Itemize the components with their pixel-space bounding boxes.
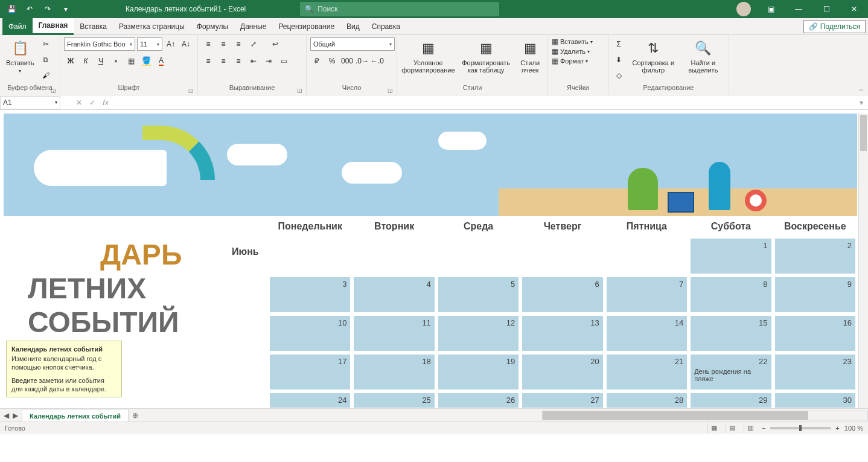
sort-filter-button[interactable]: ⇅Сортировка и фильтр xyxy=(628,37,679,75)
merge-icon[interactable]: ▭ xyxy=(277,54,290,68)
conditional-formatting-button[interactable]: ▦Условное форматирование xyxy=(401,37,456,75)
align-top-icon[interactable]: ≡ xyxy=(202,37,215,51)
calendar-cell[interactable] xyxy=(436,237,520,275)
calendar-cell[interactable] xyxy=(520,237,604,275)
zoom-in-icon[interactable]: + xyxy=(835,425,839,432)
paste-button[interactable]: 📋 Вставить ▾ xyxy=(4,37,37,76)
format-as-table-button[interactable]: ▦Форматировать как таблицу xyxy=(458,37,514,75)
calendar-cell[interactable] xyxy=(605,237,689,275)
calendar-cell[interactable]: 25 xyxy=(352,391,436,409)
currency-icon[interactable]: ₽ xyxy=(310,54,324,68)
calendar-cell[interactable]: 12 xyxy=(436,314,520,353)
calendar-cell[interactable]: 29 xyxy=(689,391,773,409)
number-dialog-icon[interactable]: ◲ xyxy=(388,88,393,94)
name-box[interactable]: A1▾ xyxy=(0,96,60,109)
clipboard-dialog-icon[interactable]: ◲ xyxy=(51,88,56,94)
calendar-cell[interactable]: 13 xyxy=(520,314,604,353)
calendar-cell[interactable]: 3 xyxy=(268,275,352,314)
page-layout-view-icon[interactable]: ▤ xyxy=(726,423,739,434)
align-right-icon[interactable]: ≡ xyxy=(232,54,245,68)
user-avatar[interactable] xyxy=(736,2,751,16)
calendar-cell[interactable]: 1 xyxy=(689,237,773,275)
zoom-slider[interactable] xyxy=(770,427,831,429)
calendar-cell[interactable]: 22День рождения на пляже xyxy=(689,353,773,391)
quick-access-more-icon[interactable]: ▾ xyxy=(59,2,72,16)
normal-view-icon[interactable]: ▦ xyxy=(707,423,721,434)
format-cells-button[interactable]: ▦Формат▾ xyxy=(552,57,588,65)
insert-cells-button[interactable]: ▦Вставить▾ xyxy=(552,37,593,46)
calendar-cell[interactable]: 23 xyxy=(773,353,857,391)
italic-button[interactable]: К xyxy=(79,54,92,68)
calendar-cell[interactable]: 10 xyxy=(268,314,352,353)
font-name-combo[interactable]: Franklin Gothic Boo▾ xyxy=(64,37,135,51)
calendar-cell[interactable]: 14 xyxy=(605,314,689,353)
calendar-cell[interactable]: 19 xyxy=(436,353,520,391)
calendar-cell[interactable]: 26 xyxy=(436,391,520,409)
tab-data[interactable]: Данные xyxy=(234,18,272,35)
close-icon[interactable]: ✕ xyxy=(840,0,868,18)
worksheet[interactable]: ДАРЬ ЛЕТНИХ СОБЫТИЙ Понедельник Вторник … xyxy=(4,114,857,434)
calendar-cell[interactable]: 9 xyxy=(773,275,857,314)
comma-icon[interactable]: 000 xyxy=(340,54,354,68)
calendar-cell[interactable]: 28 xyxy=(605,391,689,409)
bold-button[interactable]: Ж xyxy=(64,54,77,68)
find-select-button[interactable]: 🔍Найти и выделить xyxy=(681,37,725,75)
maximize-icon[interactable]: ☐ xyxy=(812,0,840,18)
calendar-cell[interactable]: 6 xyxy=(520,275,604,314)
alignment-dialog-icon[interactable]: ◲ xyxy=(297,88,302,94)
tab-help[interactable]: Справка xyxy=(366,18,406,35)
tab-review[interactable]: Рецензирование xyxy=(272,18,340,35)
sheet-nav-next-icon[interactable]: ▶ xyxy=(13,411,18,420)
cancel-formula-icon[interactable]: ✕ xyxy=(72,98,86,107)
border-icon[interactable]: ▦ xyxy=(124,54,138,68)
calendar-cell[interactable]: 30 xyxy=(773,391,857,409)
align-left-icon[interactable]: ≡ xyxy=(202,54,215,68)
new-sheet-icon[interactable]: ⊕ xyxy=(129,409,142,422)
underline-button[interactable]: Ч xyxy=(94,54,107,68)
calendar-cell[interactable]: 24 xyxy=(268,391,352,409)
align-bottom-icon[interactable]: ≡ xyxy=(232,37,245,51)
underline-dropdown-icon[interactable]: ▾ xyxy=(109,54,123,68)
delete-cells-button[interactable]: ▦Удалить▾ xyxy=(552,47,590,56)
redo-icon[interactable]: ↷ xyxy=(41,2,54,16)
increase-indent-icon[interactable]: ⇥ xyxy=(262,54,275,68)
align-middle-icon[interactable]: ≡ xyxy=(217,37,230,51)
tab-home[interactable]: Главная xyxy=(33,18,74,35)
horizontal-scrollbar[interactable] xyxy=(542,411,868,420)
autosum-icon[interactable]: Σ xyxy=(612,37,625,51)
insert-function-icon[interactable]: fx xyxy=(99,98,112,107)
calendar-cell[interactable]: 7 xyxy=(605,275,689,314)
decrease-indent-icon[interactable]: ⇤ xyxy=(247,54,260,68)
calendar-cell[interactable] xyxy=(352,237,436,275)
percent-icon[interactable]: % xyxy=(325,54,339,68)
vertical-scrollbar[interactable] xyxy=(858,114,868,434)
tab-insert[interactable]: Вставка xyxy=(74,18,113,35)
calendar-cell[interactable]: 15 xyxy=(689,314,773,353)
calendar-cell[interactable]: 18 xyxy=(352,353,436,391)
clear-icon[interactable]: ◇ xyxy=(612,69,625,82)
calendar-cell[interactable]: 16 xyxy=(773,314,857,353)
save-icon[interactable]: 💾 xyxy=(5,2,18,16)
font-size-combo[interactable]: 11▾ xyxy=(137,37,162,51)
sheet-nav-prev-icon[interactable]: ◀ xyxy=(4,411,9,420)
calendar-cell[interactable]: 17 xyxy=(268,353,352,391)
formula-input[interactable] xyxy=(112,96,855,109)
calendar-cell[interactable]: 2 xyxy=(773,237,857,275)
tab-page-layout[interactable]: Разметка страницы xyxy=(113,18,191,35)
decrease-font-icon[interactable]: A↓ xyxy=(179,37,193,51)
enter-formula-icon[interactable]: ✓ xyxy=(86,98,99,107)
calendar-cell[interactable] xyxy=(268,237,352,275)
share-button[interactable]: 🔗 Поделиться xyxy=(803,20,866,33)
undo-icon[interactable]: ↶ xyxy=(23,2,36,16)
minimize-icon[interactable]: — xyxy=(785,0,812,18)
expand-formula-bar-icon[interactable]: ▾ xyxy=(855,98,868,107)
copy-icon[interactable]: ⧉ xyxy=(39,53,53,66)
cell-styles-button[interactable]: ▦Стили ячеек xyxy=(516,37,544,75)
font-color-icon[interactable]: A xyxy=(155,54,168,68)
font-dialog-icon[interactable]: ◲ xyxy=(188,88,194,94)
number-format-combo[interactable]: Общий▾ xyxy=(310,37,395,51)
calendar-cell[interactable]: 8 xyxy=(689,275,773,314)
fill-icon[interactable]: ⬇ xyxy=(612,53,625,66)
orientation-icon[interactable]: ⤢ xyxy=(247,37,260,51)
sheet-tab[interactable]: Календарь летних событий xyxy=(22,409,129,422)
